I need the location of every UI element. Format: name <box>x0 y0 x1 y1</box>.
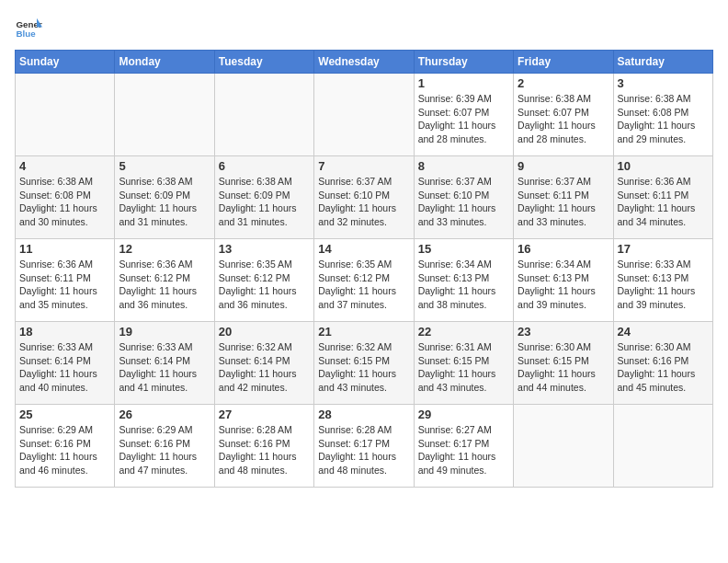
day-number: 27 <box>219 408 310 421</box>
calendar-day-cell: 3Sunrise: 6:38 AM Sunset: 6:08 PM Daylig… <box>613 74 712 156</box>
day-info: Sunrise: 6:39 AM Sunset: 6:07 PM Dayligh… <box>418 92 509 146</box>
day-info: Sunrise: 6:36 AM Sunset: 6:12 PM Dayligh… <box>119 258 210 312</box>
day-info: Sunrise: 6:35 AM Sunset: 6:12 PM Dayligh… <box>318 258 409 312</box>
weekday-header-cell: Friday <box>514 51 613 74</box>
calendar-day-cell: 15Sunrise: 6:34 AM Sunset: 6:13 PM Dayli… <box>414 239 513 322</box>
day-number: 29 <box>418 408 509 421</box>
calendar-header: SundayMondayTuesdayWednesdayThursdayFrid… <box>16 51 713 74</box>
day-info: Sunrise: 6:36 AM Sunset: 6:11 PM Dayligh… <box>19 258 110 312</box>
day-info: Sunrise: 6:38 AM Sunset: 6:09 PM Dayligh… <box>219 175 310 229</box>
day-number: 4 <box>19 159 110 173</box>
weekday-header-cell: Wednesday <box>314 51 414 74</box>
calendar-day-cell: 29Sunrise: 6:27 AM Sunset: 6:17 PM Dayli… <box>414 405 513 488</box>
day-number: 8 <box>418 159 509 173</box>
calendar-table: SundayMondayTuesdayWednesdayThursdayFrid… <box>15 50 713 488</box>
calendar-day-cell: 5Sunrise: 6:38 AM Sunset: 6:09 PM Daylig… <box>115 156 214 239</box>
day-number: 1 <box>418 76 509 90</box>
calendar-day-cell: 25Sunrise: 6:29 AM Sunset: 6:16 PM Dayli… <box>16 405 115 488</box>
calendar-day-cell: 24Sunrise: 6:30 AM Sunset: 6:16 PM Dayli… <box>613 322 712 405</box>
day-info: Sunrise: 6:33 AM Sunset: 6:13 PM Dayligh… <box>618 258 709 312</box>
day-info: Sunrise: 6:30 AM Sunset: 6:16 PM Dayligh… <box>618 340 709 395</box>
calendar-day-cell: 6Sunrise: 6:38 AM Sunset: 6:09 PM Daylig… <box>214 156 313 239</box>
calendar-week-row: 4Sunrise: 6:38 AM Sunset: 6:08 PM Daylig… <box>16 156 713 239</box>
calendar-week-row: 1Sunrise: 6:39 AM Sunset: 6:07 PM Daylig… <box>16 74 713 156</box>
day-info: Sunrise: 6:36 AM Sunset: 6:11 PM Dayligh… <box>618 175 709 229</box>
day-number: 12 <box>119 242 210 256</box>
day-number: 24 <box>618 325 709 339</box>
calendar-week-row: 11Sunrise: 6:36 AM Sunset: 6:11 PM Dayli… <box>16 239 713 322</box>
calendar-day-cell: 23Sunrise: 6:30 AM Sunset: 6:15 PM Dayli… <box>514 322 613 405</box>
day-number: 26 <box>119 408 210 421</box>
day-number: 3 <box>618 76 709 90</box>
day-info: Sunrise: 6:37 AM Sunset: 6:10 PM Dayligh… <box>318 175 409 229</box>
calendar-day-cell: 4Sunrise: 6:38 AM Sunset: 6:08 PM Daylig… <box>16 156 115 239</box>
day-number: 18 <box>19 325 110 339</box>
day-number: 16 <box>518 242 609 256</box>
weekday-header-cell: Thursday <box>414 51 513 74</box>
calendar-day-cell: 14Sunrise: 6:35 AM Sunset: 6:12 PM Dayli… <box>314 239 414 322</box>
day-info: Sunrise: 6:33 AM Sunset: 6:14 PM Dayligh… <box>119 340 210 395</box>
calendar-day-cell: 16Sunrise: 6:34 AM Sunset: 6:13 PM Dayli… <box>514 239 613 322</box>
day-number: 6 <box>219 159 310 173</box>
day-info: Sunrise: 6:29 AM Sunset: 6:16 PM Dayligh… <box>119 423 210 477</box>
day-number: 10 <box>618 159 709 173</box>
day-info: Sunrise: 6:37 AM Sunset: 6:10 PM Dayligh… <box>418 175 509 229</box>
day-info: Sunrise: 6:31 AM Sunset: 6:15 PM Dayligh… <box>418 340 509 395</box>
calendar-day-cell: 26Sunrise: 6:29 AM Sunset: 6:16 PM Dayli… <box>115 405 214 488</box>
day-number: 17 <box>618 242 709 256</box>
day-info: Sunrise: 6:38 AM Sunset: 6:07 PM Dayligh… <box>518 92 609 146</box>
day-number: 23 <box>518 325 609 339</box>
calendar-day-cell <box>16 74 115 156</box>
day-info: Sunrise: 6:33 AM Sunset: 6:14 PM Dayligh… <box>19 340 110 395</box>
day-info: Sunrise: 6:28 AM Sunset: 6:17 PM Dayligh… <box>318 423 409 477</box>
day-info: Sunrise: 6:29 AM Sunset: 6:16 PM Dayligh… <box>19 423 110 477</box>
calendar-day-cell: 10Sunrise: 6:36 AM Sunset: 6:11 PM Dayli… <box>613 156 712 239</box>
logo-icon: General Blue <box>15 15 42 42</box>
calendar-day-cell: 7Sunrise: 6:37 AM Sunset: 6:10 PM Daylig… <box>314 156 414 239</box>
calendar-day-cell: 27Sunrise: 6:28 AM Sunset: 6:16 PM Dayli… <box>214 405 313 488</box>
logo: General Blue <box>15 15 42 42</box>
calendar-week-row: 25Sunrise: 6:29 AM Sunset: 6:16 PM Dayli… <box>16 405 713 488</box>
calendar-day-cell <box>115 74 214 156</box>
day-number: 9 <box>518 159 609 173</box>
calendar-day-cell: 22Sunrise: 6:31 AM Sunset: 6:15 PM Dayli… <box>414 322 513 405</box>
weekday-header-cell: Saturday <box>613 51 712 74</box>
day-info: Sunrise: 6:27 AM Sunset: 6:17 PM Dayligh… <box>418 423 509 477</box>
calendar-day-cell: 21Sunrise: 6:32 AM Sunset: 6:15 PM Dayli… <box>314 322 414 405</box>
calendar-day-cell <box>514 405 613 488</box>
calendar-day-cell: 18Sunrise: 6:33 AM Sunset: 6:14 PM Dayli… <box>16 322 115 405</box>
calendar-day-cell: 9Sunrise: 6:37 AM Sunset: 6:11 PM Daylig… <box>514 156 613 239</box>
calendar-day-cell <box>214 74 313 156</box>
weekday-header-row: SundayMondayTuesdayWednesdayThursdayFrid… <box>16 51 713 74</box>
day-info: Sunrise: 6:35 AM Sunset: 6:12 PM Dayligh… <box>219 258 310 312</box>
day-number: 19 <box>119 325 210 339</box>
day-info: Sunrise: 6:32 AM Sunset: 6:15 PM Dayligh… <box>318 340 409 395</box>
day-info: Sunrise: 6:38 AM Sunset: 6:08 PM Dayligh… <box>19 175 110 229</box>
weekday-header-cell: Tuesday <box>214 51 313 74</box>
calendar-day-cell: 8Sunrise: 6:37 AM Sunset: 6:10 PM Daylig… <box>414 156 513 239</box>
day-number: 11 <box>19 242 110 256</box>
calendar-day-cell: 1Sunrise: 6:39 AM Sunset: 6:07 PM Daylig… <box>414 74 513 156</box>
day-number: 21 <box>318 325 409 339</box>
day-info: Sunrise: 6:37 AM Sunset: 6:11 PM Dayligh… <box>518 175 609 229</box>
day-number: 7 <box>318 159 409 173</box>
day-number: 5 <box>119 159 210 173</box>
calendar-day-cell: 11Sunrise: 6:36 AM Sunset: 6:11 PM Dayli… <box>16 239 115 322</box>
day-number: 2 <box>518 76 609 90</box>
day-info: Sunrise: 6:34 AM Sunset: 6:13 PM Dayligh… <box>418 258 509 312</box>
day-info: Sunrise: 6:32 AM Sunset: 6:14 PM Dayligh… <box>219 340 310 395</box>
day-number: 20 <box>219 325 310 339</box>
calendar-day-cell: 2Sunrise: 6:38 AM Sunset: 6:07 PM Daylig… <box>514 74 613 156</box>
day-number: 28 <box>318 408 409 421</box>
calendar-week-row: 18Sunrise: 6:33 AM Sunset: 6:14 PM Dayli… <box>16 322 713 405</box>
day-number: 13 <box>219 242 310 256</box>
day-number: 22 <box>418 325 509 339</box>
weekday-header-cell: Monday <box>115 51 214 74</box>
day-info: Sunrise: 6:28 AM Sunset: 6:16 PM Dayligh… <box>219 423 310 477</box>
day-number: 15 <box>418 242 509 256</box>
day-info: Sunrise: 6:38 AM Sunset: 6:08 PM Dayligh… <box>618 92 709 146</box>
calendar-day-cell: 20Sunrise: 6:32 AM Sunset: 6:14 PM Dayli… <box>214 322 313 405</box>
calendar-body: 1Sunrise: 6:39 AM Sunset: 6:07 PM Daylig… <box>16 74 713 488</box>
calendar-day-cell: 17Sunrise: 6:33 AM Sunset: 6:13 PM Dayli… <box>613 239 712 322</box>
calendar-day-cell: 19Sunrise: 6:33 AM Sunset: 6:14 PM Dayli… <box>115 322 214 405</box>
